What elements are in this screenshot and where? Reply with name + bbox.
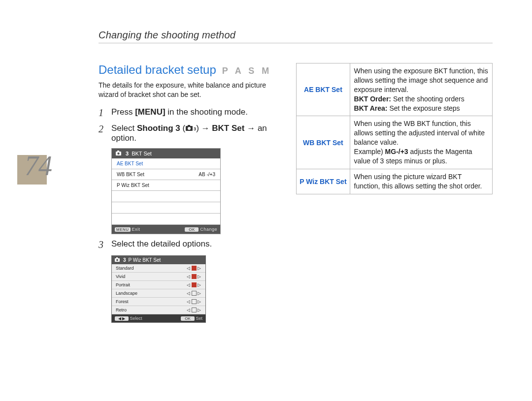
footer-right: OK Set [181, 316, 202, 321]
footer-right: OK Change [185, 227, 217, 232]
step-3: 3 Select the detailed options. [99, 239, 271, 250]
screenshot-titlebar: 3 P Wiz BKT Set [112, 256, 205, 264]
arrows-key-icon: ◀ ▶ [115, 316, 129, 321]
mode-indicator: P A S M [222, 66, 271, 76]
pwiz-row-forest: Forest◁ ▷ [112, 298, 205, 306]
title-text: Detailed bracket setup [99, 63, 216, 77]
screenshot-title: P Wiz BKT Set [129, 257, 161, 263]
svg-point-6 [117, 153, 119, 154]
toggle-indicator: ◁ ▷ [187, 308, 201, 312]
arrow-right-icon: → [247, 123, 255, 133]
toggle-indicator: ◁ ▷ [187, 282, 201, 287]
svg-rect-1 [188, 125, 190, 126]
table-row: P Wiz BKT Set When using the picture wiz… [297, 169, 493, 194]
svg-text:3: 3 [194, 126, 196, 131]
step-number: 1 [99, 107, 106, 119]
menu-row-ae-bkt: AE BKT Set [112, 158, 220, 169]
intro-text: The details for the exposure, white bala… [99, 81, 271, 99]
menu-row-wb-bkt: WB BKT SetAB -/+3 [112, 169, 220, 180]
toggle-indicator: ◁ ▷ [187, 274, 201, 279]
camera-icon [116, 151, 123, 156]
svg-point-2 [188, 127, 191, 130]
menu-key-icon: MENU [115, 227, 131, 232]
option-label: AE BKT Set [297, 63, 350, 116]
svg-rect-5 [117, 151, 119, 152]
section-header: Changing the shooting method [99, 30, 493, 43]
step-2: 2 Select Shooting 3 (3) → BKT Set → an o… [99, 123, 271, 143]
menu-badge: 3 [123, 257, 126, 263]
option-label: WB BKT Set [297, 116, 350, 169]
page-number: 74 [25, 150, 52, 182]
shooting3-label: Shooting 3 [137, 123, 180, 133]
bkt-set-label: BKT Set [210, 123, 247, 133]
footer-left: MENU Exit [115, 227, 140, 232]
pwiz-row-portrait: Portrait◁ ▷ [112, 281, 205, 289]
pwiz-row-standard: Standard◁ ▷ [112, 264, 205, 273]
arrow-right-icon: → [201, 123, 210, 133]
option-label: P Wiz BKT Set [297, 169, 350, 194]
bkt-set-screenshot: 3 BKT Set AE BKT Set WB BKT SetAB -/+3 P… [111, 148, 221, 234]
camera-icon [115, 257, 121, 263]
menu-badge: 3 [126, 151, 129, 156]
svg-point-9 [116, 259, 118, 261]
camera-icon: 3 [185, 124, 196, 134]
step-text: Select Shooting 3 (3) → BKT Set → an opt… [111, 123, 271, 143]
right-column: AE BKT Set When using the exposure BKT f… [296, 63, 493, 323]
table-row: AE BKT Set When using the exposure BKT f… [297, 63, 493, 116]
pwiz-row-retro: Retro◁ ▷ [112, 306, 205, 314]
empty-row [112, 191, 220, 202]
toggle-indicator: ◁ ▷ [187, 299, 201, 304]
empty-row [112, 214, 220, 225]
option-desc: When using the picture wizard BKT functi… [350, 169, 492, 194]
pwiz-row-landscape: Landscape◁ ▷ [112, 289, 205, 298]
ok-key-icon: OK [181, 316, 195, 321]
screenshot-footer: ◀ ▶ Select OK Set [112, 314, 205, 322]
empty-row [112, 202, 220, 214]
pwiz-row-vivid: Vivid◁ ▷ [112, 273, 205, 281]
step-number: 3 [99, 239, 106, 250]
step-text: Select the detailed options. [111, 239, 212, 250]
screenshot-title: BKT Set [132, 151, 152, 156]
options-table: AE BKT Set When using the exposure BKT f… [296, 63, 493, 194]
option-desc: When using the exposure BKT function, th… [350, 63, 492, 116]
ok-key-icon: OK [185, 227, 199, 232]
menu-row-pwiz-bkt: P Wiz BKT Set [112, 180, 220, 191]
page-title: Detailed bracket setup P A S M [99, 63, 271, 77]
svg-rect-8 [116, 257, 118, 258]
step-1: 1 Press [MENU] in the shooting mode. [99, 107, 271, 119]
screenshot-footer: MENU Exit OK Change [112, 225, 220, 234]
toggle-indicator: ◁ ▷ [187, 266, 201, 271]
menu-key-label: [MENU] [135, 107, 165, 117]
screenshot-titlebar: 3 BKT Set [112, 149, 220, 158]
option-desc: When using the WB BKT function, this all… [350, 116, 492, 169]
pwiz-bkt-screenshot: 3 P Wiz BKT Set Standard◁ ▷ Vivid◁ ▷ Por… [111, 255, 206, 323]
step-number: 2 [99, 123, 106, 143]
step-text: Press [MENU] in the shooting mode. [111, 107, 248, 119]
left-column: Detailed bracket setup P A S M The detai… [99, 63, 271, 323]
footer-left: ◀ ▶ Select [115, 316, 142, 321]
table-row: WB BKT Set When using the WB BKT functio… [297, 116, 493, 169]
toggle-indicator: ◁ ▷ [187, 291, 201, 296]
